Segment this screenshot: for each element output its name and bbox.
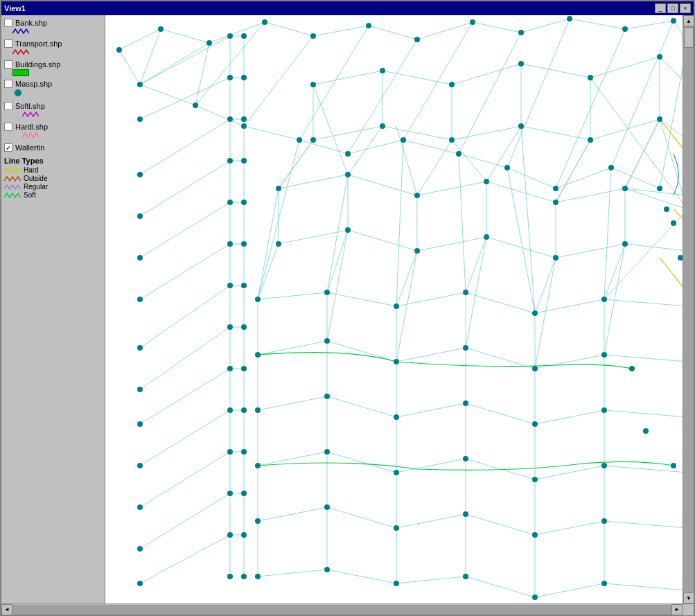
scroll-right-button[interactable]: ►: [671, 604, 683, 615]
svg-point-274: [241, 200, 247, 205]
svg-point-261: [518, 61, 524, 67]
layer-checkbox-transport[interactable]: [4, 39, 12, 48]
svg-point-295: [137, 213, 143, 219]
legend-item-outside: Outside: [4, 175, 102, 182]
svg-point-279: [227, 324, 233, 330]
svg-point-244: [671, 18, 676, 24]
svg-point-355: [324, 567, 330, 572]
svg-point-328: [394, 359, 399, 364]
svg-point-285: [227, 449, 233, 455]
svg-point-278: [241, 283, 247, 288]
layer-item-massp[interactable]: Massp.shp: [3, 79, 103, 89]
legend-item-soft: Soft: [4, 191, 102, 199]
svg-point-270: [241, 116, 247, 122]
svg-point-247: [193, 103, 198, 108]
bottom-bar: ◄ ►: [1, 604, 694, 615]
svg-point-284: [241, 407, 247, 413]
svg-point-336: [463, 401, 468, 406]
svg-point-366: [657, 116, 662, 122]
svg-point-303: [137, 546, 143, 552]
svg-point-326: [255, 352, 261, 358]
scroll-down-button[interactable]: ▼: [683, 592, 694, 604]
scroll-up-button[interactable]: ▲: [683, 15, 694, 26]
svg-point-286: [241, 449, 247, 455]
layer-symbol-transport: [12, 49, 103, 57]
svg-point-241: [518, 30, 524, 35]
svg-point-296: [137, 255, 143, 261]
svg-point-350: [463, 511, 468, 517]
svg-point-253: [504, 165, 510, 170]
svg-point-239: [414, 37, 420, 42]
minimize-button[interactable]: _: [655, 3, 666, 13]
svg-point-251: [401, 137, 406, 143]
maximize-button[interactable]: □: [667, 3, 678, 13]
svg-point-310: [622, 186, 628, 191]
svg-point-301: [137, 463, 143, 468]
svg-point-280: [241, 324, 247, 330]
scroll-track-v[interactable]: [683, 26, 694, 592]
svg-point-282: [241, 366, 247, 371]
svg-point-306: [345, 172, 351, 177]
layer-checkbox-massp[interactable]: [4, 80, 12, 88]
svg-point-236: [262, 19, 267, 25]
svg-point-363: [449, 137, 455, 143]
horizontal-scrollbar[interactable]: ◄ ►: [1, 604, 683, 615]
svg-point-340: [255, 463, 261, 468]
scroll-left-button[interactable]: ◄: [1, 604, 12, 615]
svg-point-0: [15, 89, 21, 96]
layer-checkbox-buildings[interactable]: [4, 60, 12, 69]
svg-point-373: [629, 366, 635, 371]
svg-point-265: [227, 33, 233, 39]
map-area[interactable]: [105, 15, 683, 604]
scroll-track-h[interactable]: [12, 605, 671, 615]
layer-checkbox-wallertin[interactable]: [4, 143, 12, 152]
svg-point-371: [664, 206, 669, 212]
layer-checkbox-softl[interactable]: [4, 102, 12, 110]
svg-point-309: [553, 200, 558, 205]
svg-point-361: [310, 137, 316, 143]
layer-item-bank[interactable]: Bank.shp: [3, 18, 103, 28]
svg-point-243: [622, 26, 628, 32]
svg-point-337: [532, 421, 538, 427]
svg-point-268: [241, 75, 247, 80]
layer-name-softl: Softl.shp: [15, 102, 45, 110]
svg-point-327: [324, 338, 330, 344]
svg-point-297: [137, 297, 143, 302]
scroll-thumb-v[interactable]: [684, 27, 694, 48]
layer-name-buildings: Buildings.shp: [15, 60, 60, 69]
layer-item-wallertin[interactable]: Wallertin: [3, 143, 103, 152]
svg-point-348: [324, 504, 330, 510]
layer-name-transport: Transport.shp: [15, 39, 62, 48]
svg-point-312: [276, 241, 281, 247]
svg-point-277: [227, 283, 233, 288]
layer-item-softl[interactable]: Softl.shp: [3, 101, 103, 111]
layer-symbol-buildings: [12, 69, 103, 76]
svg-point-237: [310, 33, 316, 39]
layer-item-transport[interactable]: Transport.shp: [3, 39, 103, 49]
vertical-scrollbar[interactable]: ▲ ▼: [683, 15, 694, 604]
close-button[interactable]: ×: [680, 3, 691, 13]
svg-point-341: [324, 449, 330, 455]
svg-point-281: [227, 366, 233, 371]
sidebar: Bank.shp Transport.shp Buildings.shp: [1, 15, 105, 604]
svg-point-323: [532, 310, 538, 316]
layer-checkbox-bank[interactable]: [4, 19, 12, 27]
svg-point-369: [671, 220, 676, 226]
svg-point-335: [394, 414, 399, 420]
svg-point-273: [227, 200, 233, 205]
svg-point-319: [255, 297, 261, 302]
layer-item-buildings[interactable]: Buildings.shp: [3, 60, 103, 69]
svg-point-313: [345, 227, 351, 233]
layer-name-massp: Massp.shp: [15, 80, 52, 88]
legend-section: Line Types Hard Outside: [3, 155, 103, 201]
svg-point-307: [414, 193, 420, 198]
svg-point-320: [324, 290, 330, 295]
layer-item-hardl[interactable]: Hardl.shp: [3, 122, 103, 132]
svg-point-358: [532, 595, 538, 600]
layer-symbol-bank: [12, 28, 103, 36]
svg-point-248: [241, 123, 247, 129]
svg-point-260: [449, 82, 455, 87]
svg-point-246: [137, 82, 143, 87]
layer-checkbox-hardl[interactable]: [4, 123, 12, 131]
svg-point-349: [394, 525, 399, 531]
